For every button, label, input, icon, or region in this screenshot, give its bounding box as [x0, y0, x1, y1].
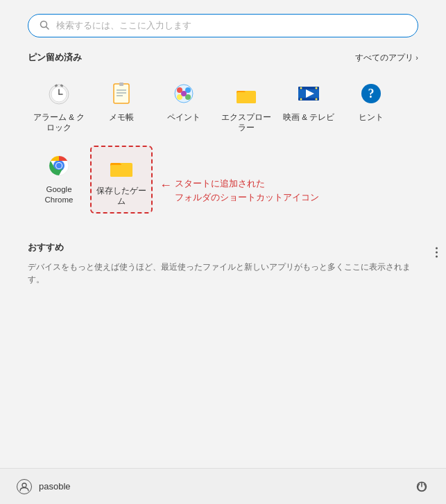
app-item-alarm[interactable]: アラーム & クロック [28, 73, 90, 139]
app-label-saved-games: 保存したゲーム [96, 186, 147, 207]
all-apps-link[interactable]: すべてのアプリ › [355, 52, 418, 64]
svg-point-34 [56, 163, 62, 168]
svg-rect-8 [114, 84, 129, 103]
recommended-section: おすすめ デバイスをもっと使えば使うほど、最近使ったファイルと新しいアプリがもっ… [0, 227, 446, 286]
svg-point-25 [300, 87, 302, 89]
app-label-paint: ペイント [167, 112, 200, 123]
paint-icon [169, 79, 198, 108]
taskbar-username: pasoble [39, 481, 71, 492]
search-placeholder: 検索するには、ここに入力します [56, 19, 191, 32]
search-bar[interactable]: 検索するには、ここに入力します [28, 14, 418, 37]
svg-rect-20 [237, 92, 256, 103]
app-item-saved-games[interactable]: 保存したゲーム [90, 146, 153, 214]
dot3 [436, 255, 438, 257]
pinned-header: ピン留め済み すべてのアプリ › [28, 51, 418, 64]
app-item-notepad[interactable]: メモ帳 [90, 73, 153, 139]
app-label-hint: ヒント [359, 112, 384, 123]
search-bar-area: 検索するには、ここに入力します [0, 0, 446, 44]
taskbar-user-area[interactable]: pasoble [17, 479, 71, 494]
app-label-alarm: アラーム & クロック [32, 112, 86, 133]
svg-point-26 [316, 87, 318, 89]
all-apps-arrow-icon: › [415, 53, 418, 62]
svg-rect-9 [119, 82, 123, 86]
start-menu: 検索するには、ここに入力します ピン留め済み すべてのアプリ › [0, 0, 446, 504]
alarm-icon [44, 79, 74, 108]
app-label-explorer: エクスプローラー [219, 112, 273, 133]
app-item-chrome[interactable]: Google Chrome [28, 146, 90, 214]
all-apps-label: すべてのアプリ [355, 52, 413, 64]
svg-point-27 [300, 98, 302, 101]
app-item-paint[interactable]: ペイント [153, 73, 215, 139]
user-avatar-icon [17, 479, 32, 494]
svg-line-1 [46, 26, 49, 29]
svg-text:?: ? [368, 87, 375, 101]
app-item-hint[interactable]: ? ヒント [340, 73, 402, 139]
chrome-icon [44, 151, 74, 180]
dot1 [436, 247, 438, 249]
pinned-section: ピン留め済み すべてのアプリ › ア [0, 44, 446, 214]
notepad-icon [107, 79, 136, 108]
search-icon [40, 20, 49, 32]
app-label-notepad: メモ帳 [109, 112, 134, 123]
svg-point-28 [316, 98, 318, 101]
pinned-title: ピン留め済み [28, 51, 82, 64]
app-label-chrome: Google Chrome [32, 184, 86, 205]
taskbar: pasoble [0, 468, 446, 504]
movies-icon [294, 79, 323, 108]
app-grid: アラーム & クロック メモ帳 [28, 73, 418, 214]
recommended-description: デバイスをもっと使えば使うほど、最近使ったファイルと新しいアプリがもっと多くここ… [28, 261, 418, 286]
svg-rect-36 [110, 165, 132, 177]
svg-point-37 [22, 483, 26, 487]
recommended-title: おすすめ [28, 241, 418, 254]
app-label-movies: 映画 & テレビ [283, 112, 334, 123]
app-item-explorer[interactable]: エクスプローラー [215, 73, 277, 139]
saved-games-icon [107, 153, 136, 182]
explorer-icon [232, 79, 261, 108]
dot2 [436, 251, 438, 253]
power-button[interactable] [414, 479, 429, 494]
dots-menu[interactable] [433, 244, 440, 260]
app-item-movies[interactable]: 映画 & テレビ [277, 73, 340, 139]
svg-point-18 [181, 91, 187, 96]
hint-icon: ? [357, 79, 386, 108]
